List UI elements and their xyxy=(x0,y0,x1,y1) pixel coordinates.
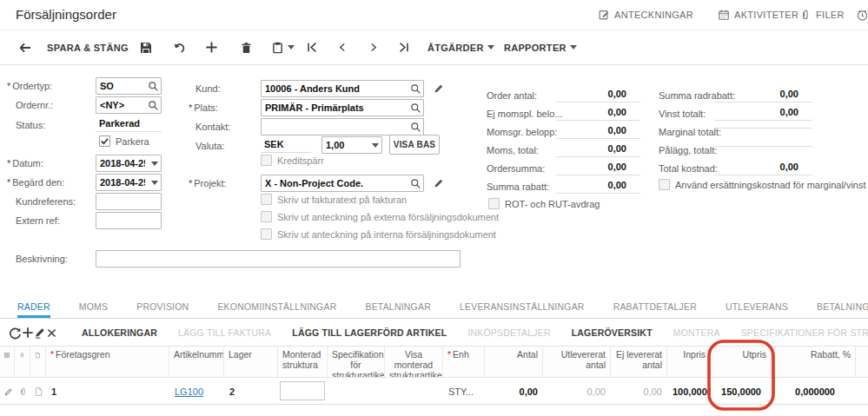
vinst-totalt-value: 0,00 xyxy=(714,104,812,121)
kund-input[interactable] xyxy=(261,80,424,97)
cell-rabatt-pct[interactable]: 0,000000 xyxy=(772,386,856,397)
tab-moms[interactable]: MOMS xyxy=(79,296,108,318)
cell-inpris[interactable]: 100,0000 xyxy=(667,386,711,397)
marginal-totalt-label: Marginal totalt: xyxy=(659,127,721,137)
tab-utleverans[interactable]: UTLEVERANS xyxy=(726,296,788,318)
tools-link[interactable] xyxy=(856,9,868,22)
last-record-button[interactable] xyxy=(398,30,410,64)
print-invoice-text-checkbox[interactable] xyxy=(261,194,272,205)
paperclip-icon xyxy=(799,9,812,21)
projekt-edit-button[interactable] xyxy=(433,177,445,189)
grid-settings-header[interactable] xyxy=(0,347,15,377)
row-note-button[interactable] xyxy=(30,386,46,397)
cell-enh[interactable]: STY... xyxy=(443,386,485,397)
beskrivning-input[interactable] xyxy=(96,250,461,267)
cell-antal[interactable]: 0,00 xyxy=(485,386,543,397)
tab-rader[interactable]: RADER xyxy=(17,296,50,318)
kontakt-input[interactable] xyxy=(261,118,424,135)
begard-den-dropdown-button[interactable] xyxy=(149,176,160,188)
print-note-external-checkbox[interactable] xyxy=(261,211,272,222)
ersattningskostnad-checkbox[interactable] xyxy=(659,179,670,190)
cell-lager[interactable]: 2 xyxy=(224,386,278,397)
cell-foretagsgren[interactable]: 1 xyxy=(46,386,169,397)
tab-leveransinstallningar[interactable]: LEVERANSINSTÄLLNINGAR xyxy=(460,296,585,318)
kontakt-lookup-button[interactable] xyxy=(410,121,422,133)
column-header-inpris[interactable]: Inpris xyxy=(667,347,711,377)
undo-button[interactable] xyxy=(172,30,186,64)
tab-betalningar[interactable]: BETALNINGAR xyxy=(365,296,431,318)
previous-record-button[interactable] xyxy=(337,30,348,64)
column-header-utpris[interactable]: Utpris xyxy=(711,347,772,377)
lageroversikt-button[interactable]: LAGERÖVERSIKT xyxy=(572,327,653,338)
clipboard-menu-button[interactable] xyxy=(271,30,295,64)
monterad-struktura-input[interactable] xyxy=(280,381,325,400)
column-header-antal[interactable]: Antal xyxy=(485,347,543,377)
activities-link[interactable]: AKTIVITETER xyxy=(718,9,798,21)
tab-ekonomiinstallningar[interactable]: EKONOMIINSTÄLLNINGAR xyxy=(217,296,336,318)
column-header-enh[interactable]: *Enh xyxy=(443,347,485,377)
column-header-specifikation[interactable]: Specifikation för strukturartike xyxy=(328,347,385,377)
projekt-input[interactable] xyxy=(261,175,424,192)
allokeringar-button[interactable]: ALLOKERINGAR xyxy=(82,327,157,338)
actions-menu-button[interactable]: ÅTGÄRDER xyxy=(427,30,494,64)
reports-menu-button[interactable]: RAPPORTER xyxy=(504,30,577,64)
column-header-visa-monterad[interactable]: Visa monterad strukturartike xyxy=(385,347,443,377)
vinst-totalt-label: Vinst totalt: xyxy=(659,109,706,119)
kundreferens-input[interactable] xyxy=(96,193,162,210)
save-button[interactable] xyxy=(139,30,153,64)
currency-rate-dropdown-button[interactable] xyxy=(370,139,381,151)
cell-utpris[interactable]: 150,0000 xyxy=(711,386,772,397)
notes-link[interactable]: ANTECKNINGAR xyxy=(598,9,693,21)
cell-ej-levererat-antal[interactable]: 0,00 xyxy=(611,386,667,397)
cell-artikelnr[interactable]: LG100 xyxy=(169,386,224,397)
column-header-ej-levererat-antal[interactable]: Ej levererat antal xyxy=(611,347,667,377)
edit-row-button[interactable] xyxy=(34,320,46,345)
first-record-icon xyxy=(306,41,318,54)
rot-rut-checkbox[interactable] xyxy=(488,198,500,209)
kund-lookup-button[interactable] xyxy=(410,83,422,95)
artikelnr-link[interactable]: LG100 xyxy=(175,386,203,397)
chevron-down-icon xyxy=(151,181,158,185)
plats-lookup-button[interactable] xyxy=(410,102,422,114)
projekt-lookup-button[interactable] xyxy=(410,177,422,189)
row-edit-indicator xyxy=(0,386,15,397)
first-record-button[interactable] xyxy=(306,30,318,64)
ordersumma-value: 0,00 xyxy=(556,159,640,175)
add-row-button[interactable] xyxy=(22,320,34,345)
add-button[interactable] xyxy=(205,30,218,64)
save-close-button[interactable]: SPARA & STÄNG xyxy=(47,30,129,64)
kreditsparr-checkbox[interactable] xyxy=(261,155,272,166)
view-base-button[interactable]: VISA BAS xyxy=(389,135,440,155)
ordernr-lookup-button[interactable] xyxy=(148,99,160,111)
column-header-rabatt-belopp[interactable]: Rabatt belopp xyxy=(856,347,868,377)
tab-betalningar-2[interactable]: BETALNINGAR xyxy=(817,296,868,318)
title-bar: Försäljningsorder ANTECKNINGAR AKTIVITET… xyxy=(0,0,868,30)
print-note-internal-checkbox[interactable] xyxy=(261,228,272,240)
delete-button[interactable] xyxy=(240,30,253,64)
cell-utlevererat-antal[interactable]: 0,00 xyxy=(543,386,611,397)
column-header-rabatt-pct[interactable]: Rabatt, % xyxy=(772,347,856,377)
cell-monterad-struktura[interactable] xyxy=(278,381,328,402)
extern-ref-input[interactable] xyxy=(96,212,162,229)
row-attachments-button[interactable] xyxy=(15,386,30,397)
column-header-lager[interactable]: Lager xyxy=(224,347,278,377)
inkopsdetaljer-button: INKÖPSDETALJER xyxy=(467,327,550,338)
refresh-button[interactable] xyxy=(9,320,22,345)
delete-row-button[interactable] xyxy=(46,320,57,345)
ordertyp-lookup-button[interactable] xyxy=(148,80,160,92)
datum-dropdown-button[interactable] xyxy=(149,157,160,169)
plats-input[interactable] xyxy=(261,99,424,116)
parkera-checkbox[interactable] xyxy=(99,135,110,147)
lagg-till-lagerford-artikel-button[interactable]: LÄGG TILL LAGERFÖRD ARTIKEL xyxy=(292,327,447,338)
next-record-button[interactable] xyxy=(368,30,379,64)
tab-provision[interactable]: PROVISION xyxy=(136,296,189,318)
back-button[interactable] xyxy=(17,30,32,64)
column-header-artikelnr[interactable]: Artikelnummer xyxy=(169,347,224,377)
table-row[interactable]: 1 LG100 2 STY... 0,00 0,00 0,00 100,0000… xyxy=(0,379,868,405)
kund-edit-button[interactable] xyxy=(433,83,445,95)
column-header-monterad-struktura[interactable]: Monterad struktura xyxy=(278,347,328,377)
column-header-foretagsgren[interactable]: *Företagsgren xyxy=(46,347,169,377)
tab-rabattdetaljer[interactable]: RABATTDETALJER xyxy=(613,296,697,318)
column-header-utlevererat-antal[interactable]: Utlevererat antal xyxy=(543,347,611,377)
files-link[interactable]: FILER xyxy=(799,9,845,21)
